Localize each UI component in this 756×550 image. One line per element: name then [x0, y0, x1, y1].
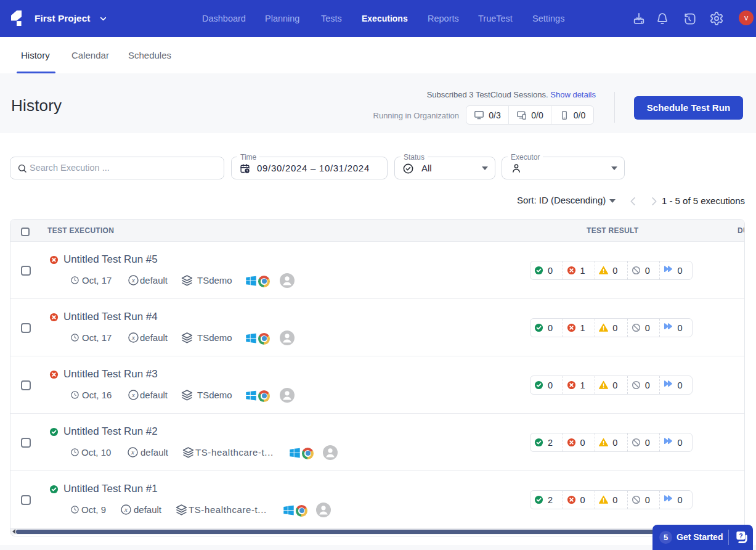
svg-text:?: ?	[739, 532, 742, 540]
